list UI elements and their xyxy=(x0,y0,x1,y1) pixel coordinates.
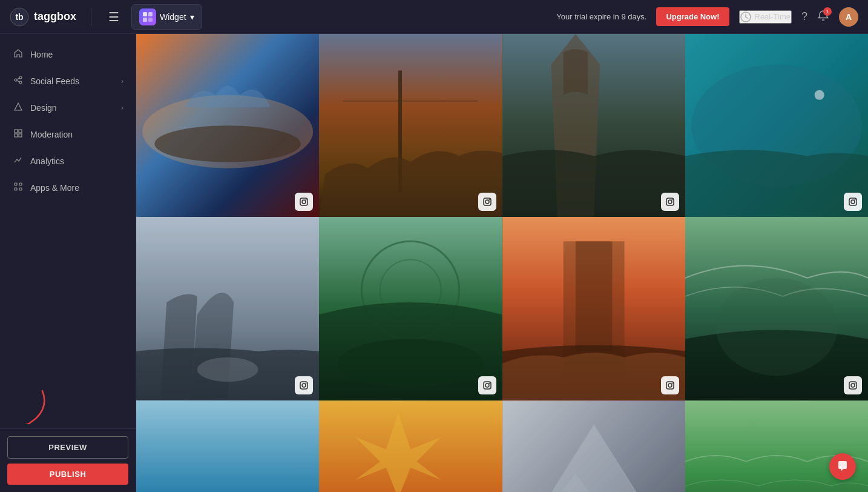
sidebar-item-home[interactable]: Home xyxy=(0,41,136,68)
instagram-badge-1 xyxy=(295,193,313,211)
sidebar-item-analytics[interactable]: Analytics xyxy=(0,148,136,175)
svg-point-53 xyxy=(362,242,459,339)
photo-cell-8[interactable] xyxy=(685,217,868,400)
svg-rect-17 xyxy=(19,130,22,133)
logo-icon: tb xyxy=(10,7,29,27)
hamburger-menu[interactable]: ☰ xyxy=(106,7,122,27)
svg-point-42 xyxy=(691,64,862,187)
sidebar-item-home-label: Home xyxy=(30,50,53,59)
svg-rect-71 xyxy=(319,401,502,493)
svg-point-69 xyxy=(855,382,856,384)
svg-point-57 xyxy=(485,384,489,387)
svg-rect-2 xyxy=(143,12,147,16)
svg-point-63 xyxy=(668,384,672,387)
svg-point-35 xyxy=(485,200,489,204)
svg-rect-22 xyxy=(15,188,17,190)
svg-rect-65 xyxy=(685,217,868,400)
svg-point-48 xyxy=(197,357,258,382)
instagram-badge-5 xyxy=(295,376,313,394)
svg-point-12 xyxy=(19,81,22,84)
instagram-badge-6 xyxy=(478,376,496,394)
analytics-icon xyxy=(12,155,24,167)
svg-point-29 xyxy=(302,200,306,204)
svg-rect-20 xyxy=(15,183,17,185)
sidebar-item-apps-more[interactable]: Apps & More xyxy=(0,175,136,201)
apps-more-icon xyxy=(12,182,24,194)
upgrade-button[interactable]: Upgrade Now! xyxy=(656,7,729,26)
preview-button[interactable]: PREVIEW xyxy=(7,436,128,459)
sidebar-item-social-feeds[interactable]: Social Feeds › xyxy=(0,68,136,95)
photo-cell-2[interactable] xyxy=(319,34,502,217)
svg-rect-5 xyxy=(148,18,153,22)
instagram-badge-3 xyxy=(661,193,679,211)
svg-point-43 xyxy=(814,90,824,100)
svg-point-11 xyxy=(19,76,22,79)
design-chevron: › xyxy=(121,104,123,112)
svg-point-27 xyxy=(154,125,301,162)
arrow-indicator xyxy=(6,388,54,424)
svg-text:tb: tb xyxy=(15,12,23,22)
photo-cell-4[interactable] xyxy=(685,34,868,217)
svg-point-54 xyxy=(380,260,441,321)
photo-cell-1[interactable] xyxy=(136,34,319,217)
svg-point-45 xyxy=(851,200,855,204)
svg-rect-23 xyxy=(19,188,22,190)
social-feeds-chevron: › xyxy=(121,77,123,85)
svg-rect-3 xyxy=(148,12,153,16)
help-icon[interactable]: ? xyxy=(801,10,807,23)
content-area[interactable] xyxy=(136,34,868,492)
notification-badge: 1 xyxy=(823,7,832,16)
photo-cell-7[interactable] xyxy=(502,217,685,400)
svg-point-26 xyxy=(142,95,313,168)
svg-rect-52 xyxy=(319,217,502,400)
widget-label: Widget xyxy=(160,12,186,22)
instagram-badge-7 xyxy=(661,376,679,394)
notification-button[interactable]: 1 xyxy=(817,10,829,24)
svg-rect-4 xyxy=(143,18,147,22)
svg-marker-77 xyxy=(533,425,655,492)
svg-marker-15 xyxy=(15,103,22,110)
svg-point-50 xyxy=(302,384,306,387)
logo: tb taggbox xyxy=(10,7,76,27)
moderation-icon xyxy=(12,128,24,141)
svg-point-30 xyxy=(306,199,307,201)
svg-line-14 xyxy=(17,81,19,82)
svg-point-51 xyxy=(306,382,307,384)
photo-cell-10[interactable] xyxy=(319,401,502,493)
social-feeds-icon xyxy=(12,75,24,87)
svg-rect-31 xyxy=(319,34,502,217)
svg-marker-24 xyxy=(21,423,29,424)
instagram-badge-4 xyxy=(844,193,862,211)
widget-dropdown-icon: ▾ xyxy=(190,12,194,22)
photo-cell-5[interactable] xyxy=(136,217,319,400)
svg-point-58 xyxy=(488,382,490,384)
photo-cell-11[interactable] xyxy=(502,401,685,493)
widget-icon xyxy=(139,8,156,25)
sidebar-item-design[interactable]: Design › xyxy=(0,95,136,121)
svg-marker-78 xyxy=(515,473,637,492)
svg-rect-21 xyxy=(19,183,22,185)
avatar[interactable]: A xyxy=(839,7,858,27)
svg-rect-18 xyxy=(15,134,18,137)
svg-rect-32 xyxy=(398,70,402,193)
realtime-button[interactable]: Real-Time xyxy=(739,10,792,24)
publish-button[interactable]: PUBLISH xyxy=(7,464,128,485)
sidebar-item-moderation-label: Moderation xyxy=(30,130,73,139)
svg-rect-70 xyxy=(136,401,319,493)
chat-button[interactable] xyxy=(829,453,856,480)
widget-button[interactable]: Widget ▾ xyxy=(131,4,202,30)
svg-point-68 xyxy=(851,384,855,387)
photo-cell-3[interactable] xyxy=(502,34,685,217)
svg-rect-59 xyxy=(502,217,685,400)
photo-cell-6[interactable] xyxy=(319,217,502,400)
svg-point-55 xyxy=(337,339,484,388)
svg-rect-16 xyxy=(15,130,18,133)
photo-grid xyxy=(136,34,868,492)
svg-rect-61 xyxy=(575,242,611,351)
logo-text: taggbox xyxy=(34,10,76,23)
instagram-badge-8 xyxy=(844,376,862,394)
photo-cell-9[interactable] xyxy=(136,401,319,493)
sidebar-item-moderation[interactable]: Moderation xyxy=(0,121,136,148)
svg-point-10 xyxy=(15,79,17,81)
trial-text: Your trial expire in 9 days. xyxy=(556,12,646,21)
